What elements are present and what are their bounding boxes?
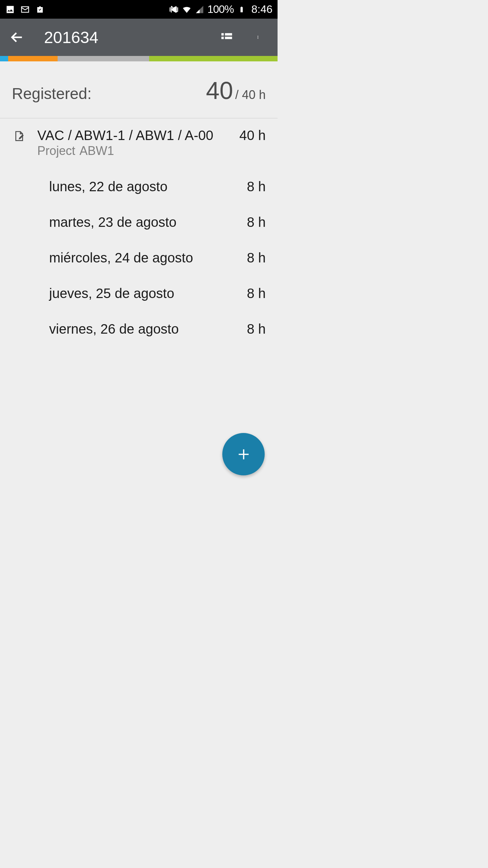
vibrate-icon — [169, 4, 179, 15]
signal-icon — [195, 4, 205, 15]
day-hours: 8 h — [247, 179, 266, 194]
days-list: lunes, 22 de agosto 8 h martes, 23 de ag… — [0, 162, 278, 347]
mail-icon — [20, 4, 30, 15]
page-title: 201634 — [44, 28, 218, 47]
status-right: 100% 8:46 — [169, 3, 272, 16]
summary-hours-total: / 40 h — [235, 88, 266, 102]
summary-hours-big: 40 — [206, 77, 233, 104]
svg-point-8 — [258, 36, 258, 37]
list-item[interactable]: jueves, 25 de agosto 8 h — [0, 276, 278, 311]
list-item[interactable]: martes, 23 de agosto 8 h — [0, 204, 278, 240]
day-hours: 8 h — [247, 321, 266, 337]
svg-rect-3 — [225, 33, 232, 36]
wifi-icon — [182, 4, 192, 15]
status-bar: 100% 8:46 — [0, 0, 278, 19]
app-bar: 201634 — [0, 19, 278, 56]
back-button[interactable] — [7, 30, 27, 45]
list-item[interactable]: lunes, 22 de agosto 8 h — [0, 169, 278, 204]
svg-rect-5 — [225, 37, 232, 39]
battery-percent: 100% — [207, 3, 234, 16]
day-label: martes, 23 de agosto — [49, 215, 247, 230]
svg-point-9 — [258, 37, 258, 38]
battery-icon — [237, 4, 247, 15]
day-hours: 8 h — [247, 215, 266, 230]
summary-row: Registered: 40 / 40 h — [0, 61, 278, 118]
add-button[interactable] — [222, 433, 265, 475]
list-item[interactable]: miércoles, 24 de agosto 8 h — [0, 240, 278, 276]
svg-point-10 — [258, 38, 258, 39]
day-label: viernes, 26 de agosto — [49, 321, 247, 337]
project-sub-name: ABW1 — [80, 144, 114, 158]
more-menu-button[interactable] — [250, 29, 267, 46]
day-hours: 8 h — [247, 250, 266, 265]
progress-strip — [0, 56, 278, 61]
view-list-button[interactable] — [218, 29, 235, 46]
day-hours: 8 h — [247, 286, 266, 301]
svg-rect-2 — [221, 33, 224, 36]
picture-icon — [5, 4, 15, 15]
status-clock: 8:46 — [251, 3, 272, 16]
day-label: miércoles, 24 de agosto — [49, 250, 247, 265]
svg-rect-4 — [221, 37, 224, 39]
project-hours: 40 h — [239, 128, 266, 143]
day-label: lunes, 22 de agosto — [49, 179, 247, 194]
project-title: VAC / ABW1-1 / ABW1 / A-00 — [37, 128, 236, 143]
project-sub-label: Project — [37, 144, 75, 158]
status-left — [5, 4, 45, 15]
list-item[interactable]: viernes, 26 de agosto 8 h — [0, 311, 278, 347]
briefcase-icon — [35, 4, 45, 15]
edit-note-icon — [12, 130, 27, 145]
project-header[interactable]: VAC / ABW1-1 / ABW1 / A-00 Project ABW1 … — [0, 118, 278, 162]
day-label: jueves, 25 de agosto — [49, 286, 247, 301]
summary-label: Registered: — [12, 84, 206, 103]
